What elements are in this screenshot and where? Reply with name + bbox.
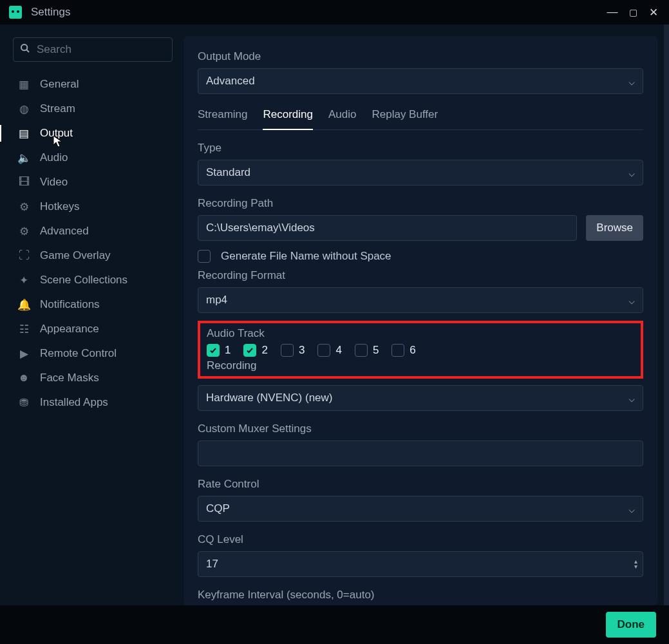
sidebar-item-scene-collections[interactable]: ✦Scene Collections xyxy=(13,268,176,292)
sidebar-item-label: Remote Control xyxy=(40,347,117,360)
sidebar-item-notifications[interactable]: 🔔Notifications xyxy=(13,292,176,317)
sidebar-item-remote-control[interactable]: ▶Remote Control xyxy=(13,341,176,366)
gear-icon: ⚙ xyxy=(17,200,31,214)
sidebar-item-audio[interactable]: 🔈Audio xyxy=(13,146,176,170)
app-icon xyxy=(9,6,22,19)
search-input[interactable] xyxy=(35,43,165,57)
cq-level-label: CQ Level xyxy=(198,533,643,546)
output-tabs: StreamingRecordingAudioReplay Buffer xyxy=(198,108,643,130)
recording-path-value: C:\Users\emay\Videos xyxy=(206,222,315,234)
audio-track-6-checkbox[interactable] xyxy=(391,344,404,357)
globe-icon: ◍ xyxy=(17,102,31,116)
audio-track-5-checkbox[interactable] xyxy=(355,344,368,357)
encoder-value: Hardware (NVENC) (new) xyxy=(206,392,332,404)
sidebar-item-label: Video xyxy=(40,176,68,189)
scrollbar-track[interactable] xyxy=(664,24,669,605)
recording-format-select[interactable]: mp4 ⌵ xyxy=(198,287,643,313)
tab-audio[interactable]: Audio xyxy=(328,108,356,129)
audio-track-1-label: 1 xyxy=(225,344,231,357)
window-close-button[interactable]: ✕ xyxy=(643,6,664,19)
sidebar-item-stream[interactable]: ◍Stream xyxy=(13,97,176,121)
chevron-down-icon: ⌵ xyxy=(628,166,635,180)
done-button[interactable]: Done xyxy=(606,612,657,638)
custom-muxer-label: Custom Muxer Settings xyxy=(198,422,643,435)
sidebar-item-video[interactable]: 🎞Video xyxy=(13,170,176,194)
film-icon: 🎞 xyxy=(17,176,31,189)
type-label: Type xyxy=(198,142,643,155)
search-box[interactable] xyxy=(13,37,173,62)
encoder-select[interactable]: Hardware (NVENC) (new) ⌵ xyxy=(198,385,643,411)
cq-level-value: 17 xyxy=(206,558,218,571)
chevron-down-icon: ⌵ xyxy=(628,75,635,88)
sidebar-item-general[interactable]: ▦General xyxy=(13,72,176,97)
rate-control-select[interactable]: CQP ⌵ xyxy=(198,496,643,522)
sidebar-item-game-overlay[interactable]: ⛶Game Overlay xyxy=(13,243,176,268)
audio-track-2-label: 2 xyxy=(261,344,267,357)
stepper-arrows-icon[interactable]: ▴▾ xyxy=(634,559,637,569)
gen-nospace-label: Generate File Name without Space xyxy=(221,250,391,263)
sidebar: ▦General◍Stream▤Output🔈Audio🎞Video⚙Hotke… xyxy=(0,24,184,605)
sidebar-item-label: Stream xyxy=(40,102,75,115)
sidebar-item-installed-apps[interactable]: ⛃Installed Apps xyxy=(13,390,176,415)
sidebar-item-label: Audio xyxy=(40,151,68,164)
output-mode-label: Output Mode xyxy=(198,50,643,63)
audio-track-3: 3 xyxy=(281,344,305,357)
sidebar-item-label: Face Masks xyxy=(40,372,99,384)
recording-path-input[interactable]: C:\Users\emay\Videos xyxy=(198,215,577,241)
expand-icon: ⛶ xyxy=(17,249,31,262)
rate-control-value: CQP xyxy=(206,502,230,515)
settings-content: Output Mode Advanced ⌵ StreamingRecordin… xyxy=(184,36,657,605)
spark-icon: ✦ xyxy=(17,274,31,287)
search-icon xyxy=(20,43,30,56)
chip-icon: ▤ xyxy=(17,127,31,140)
tab-streaming[interactable]: Streaming xyxy=(198,108,247,129)
sidebar-item-appearance[interactable]: ☷Appearance xyxy=(13,317,176,341)
sidebar-nav: ▦General◍Stream▤Output🔈Audio🎞Video⚙Hotke… xyxy=(13,72,176,415)
audio-track-3-label: 3 xyxy=(299,344,305,357)
custom-muxer-input[interactable] xyxy=(198,440,643,466)
audio-track-4-label: 4 xyxy=(335,344,341,357)
rate-control-label: Rate Control xyxy=(198,478,643,491)
type-select[interactable]: Standard ⌵ xyxy=(198,160,643,185)
audio-track-1: 1 xyxy=(207,344,231,357)
gen-nospace-checkbox[interactable] xyxy=(198,250,211,263)
audio-track-2-checkbox[interactable] xyxy=(243,344,256,357)
dialog-footer: Done xyxy=(0,605,669,644)
output-mode-value: Advanced xyxy=(206,75,255,88)
audio-track-6: 6 xyxy=(391,344,415,357)
audio-track-highlight: Audio Track 123456 Recording xyxy=(198,321,643,379)
audio-track-label: Audio Track xyxy=(207,327,634,340)
sidebar-item-label: Appearance xyxy=(40,323,99,336)
sidebar-item-label: Advanced xyxy=(40,225,89,238)
sidebar-item-output[interactable]: ▤Output xyxy=(13,121,176,146)
audio-track-2: 2 xyxy=(243,344,267,357)
mask-icon: ☻ xyxy=(17,372,31,384)
window-maximize-button[interactable]: ▢ xyxy=(623,7,643,17)
sidebar-item-face-masks[interactable]: ☻Face Masks xyxy=(13,366,176,390)
volume-icon: 🔈 xyxy=(17,151,31,165)
audio-track-3-checkbox[interactable] xyxy=(281,344,294,357)
svg-line-1 xyxy=(26,50,29,52)
audio-track-4: 4 xyxy=(317,344,341,357)
recording-path-label: Recording Path xyxy=(198,197,643,210)
audio-track-row: 123456 xyxy=(207,344,634,357)
recording-section-heading: Recording xyxy=(207,359,634,372)
tab-replay-buffer[interactable]: Replay Buffer xyxy=(372,108,438,129)
chevron-down-icon: ⌵ xyxy=(628,392,635,405)
cq-level-input[interactable]: 17 ▴▾ xyxy=(198,551,643,577)
tab-recording[interactable]: Recording xyxy=(263,108,313,130)
audio-track-5: 5 xyxy=(355,344,379,357)
sidebar-item-hotkeys[interactable]: ⚙Hotkeys xyxy=(13,194,176,219)
browse-button[interactable]: Browse xyxy=(586,215,643,241)
sidebar-item-advanced[interactable]: ⚙Advanced xyxy=(13,219,176,243)
window-minimize-button[interactable]: — xyxy=(602,6,623,19)
audio-track-4-checkbox[interactable] xyxy=(317,344,330,357)
window-title: Settings xyxy=(31,6,70,19)
svg-point-0 xyxy=(21,44,27,50)
chevron-down-icon: ⌵ xyxy=(628,294,635,307)
play-icon: ▶ xyxy=(17,347,31,361)
audio-track-5-label: 5 xyxy=(373,344,379,357)
audio-track-1-checkbox[interactable] xyxy=(207,344,220,357)
output-mode-select[interactable]: Advanced ⌵ xyxy=(198,68,643,94)
recording-format-value: mp4 xyxy=(206,294,227,307)
